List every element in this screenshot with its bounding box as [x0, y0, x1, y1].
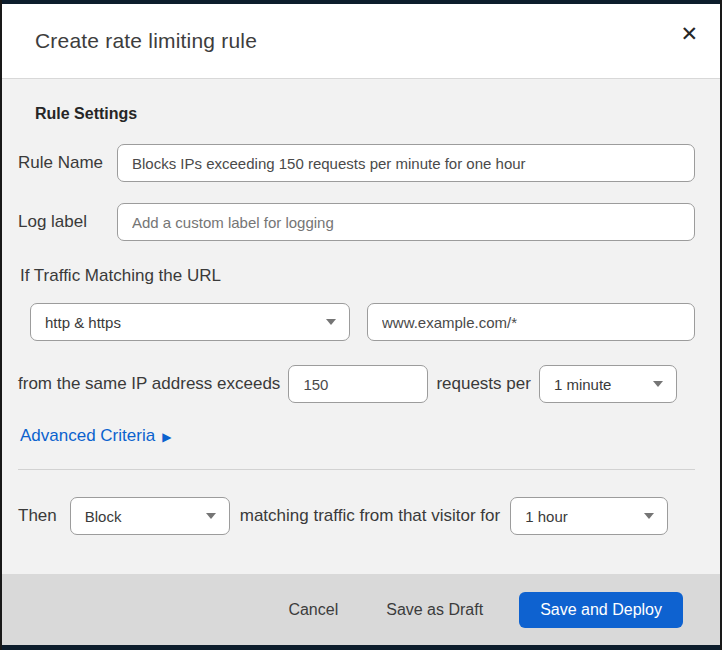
- duration-selected-value: 1 hour: [525, 508, 568, 525]
- duration-select[interactable]: 1 hour: [510, 497, 668, 535]
- log-label-label: Log label: [18, 212, 117, 232]
- traffic-match-row: http & https: [18, 303, 695, 341]
- save-as-draft-button[interactable]: Save as Draft: [382, 595, 487, 625]
- threshold-row: from the same IP address exceeds request…: [18, 365, 695, 403]
- then-label: Then: [18, 506, 57, 526]
- close-button[interactable]: ✕: [674, 17, 704, 50]
- advanced-criteria-label: Advanced Criteria: [20, 426, 155, 446]
- save-and-deploy-button[interactable]: Save and Deploy: [519, 592, 683, 628]
- threshold-suffix-text: requests per: [436, 374, 531, 394]
- url-input-wrap: [367, 303, 695, 341]
- create-rate-limiting-rule-dialog: Create rate limiting rule ✕ Rule Setting…: [2, 4, 720, 645]
- action-select[interactable]: Block: [70, 497, 230, 535]
- chevron-down-icon: [206, 513, 216, 519]
- action-row: Then Block matching traffic from that vi…: [18, 497, 695, 535]
- action-middle-text: matching traffic from that visitor for: [240, 506, 500, 526]
- chevron-down-icon: [653, 381, 663, 387]
- rule-name-label: Rule Name: [18, 153, 117, 173]
- threshold-input[interactable]: [288, 365, 428, 403]
- threshold-input-wrap: [288, 365, 428, 403]
- close-icon: ✕: [680, 22, 698, 45]
- period-select[interactable]: 1 minute: [539, 365, 677, 403]
- rule-name-row: Rule Name: [18, 144, 695, 182]
- page-background: Create rate limiting rule ✕ Rule Setting…: [0, 0, 722, 650]
- section-divider: [18, 469, 695, 470]
- chevron-down-icon: [326, 319, 336, 325]
- log-label-row: Log label: [18, 203, 695, 241]
- dialog-footer: Cancel Save as Draft Save and Deploy: [2, 574, 720, 645]
- dialog-header: Create rate limiting rule ✕: [2, 4, 720, 79]
- rule-settings-heading: Rule Settings: [35, 105, 695, 123]
- chevron-down-icon: [644, 513, 654, 519]
- chevron-right-icon: ▶: [162, 429, 171, 443]
- log-label-input[interactable]: [117, 203, 695, 241]
- traffic-match-intro: If Traffic Matching the URL: [20, 266, 695, 286]
- scheme-select[interactable]: http & https: [30, 303, 350, 341]
- scheme-selected-value: http & https: [45, 314, 121, 331]
- rule-name-input[interactable]: [117, 144, 695, 182]
- cancel-button[interactable]: Cancel: [284, 595, 342, 625]
- url-pattern-input[interactable]: [367, 303, 695, 341]
- period-selected-value: 1 minute: [554, 376, 612, 393]
- advanced-criteria-link[interactable]: Advanced Criteria ▶: [20, 426, 171, 446]
- threshold-prefix-text: from the same IP address exceeds: [18, 374, 280, 394]
- action-selected-value: Block: [85, 508, 122, 525]
- dialog-title: Create rate limiting rule: [35, 29, 257, 53]
- dialog-body: Rule Settings Rule Name Log label If Tra…: [2, 79, 720, 574]
